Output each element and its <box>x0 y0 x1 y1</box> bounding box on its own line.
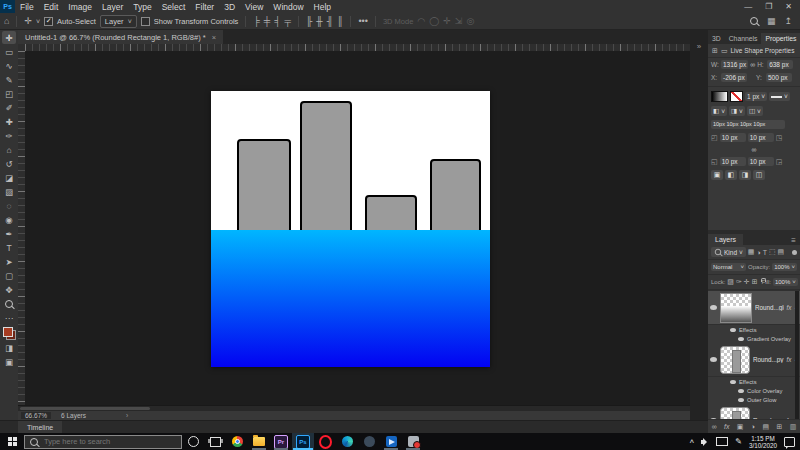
tab-layers[interactable]: Layers <box>708 234 743 245</box>
radius-bl-field[interactable]: 10 px <box>720 157 746 166</box>
start-button[interactable] <box>0 433 24 450</box>
taskbar-steam-icon[interactable] <box>358 433 380 450</box>
x-field[interactable]: -206 px <box>721 73 747 82</box>
tool-rect-marquee-icon[interactable]: ▭ <box>2 45 16 58</box>
taskbar-app-screen-share-icon[interactable] <box>402 433 424 450</box>
layer-style-icon[interactable]: fx <box>724 423 729 430</box>
filter-shape-icon[interactable]: ⬚ <box>769 248 776 256</box>
tool-blur-icon[interactable]: ◌ <box>2 199 16 212</box>
menu-edit[interactable]: Edit <box>39 2 64 12</box>
tab-channels[interactable]: Channels <box>725 33 762 44</box>
effect-item[interactable]: Color Overlay <box>708 386 800 395</box>
zoom-level-field[interactable]: 66.67% <box>21 412 51 419</box>
filter-pixel-icon[interactable]: ▦ <box>748 248 755 256</box>
search-input[interactable] <box>42 436 166 447</box>
y-field[interactable]: 500 px <box>766 73 792 82</box>
new-group-icon[interactable]: ▤ <box>762 423 769 431</box>
tool-dodge-icon[interactable]: ◉ <box>2 213 16 226</box>
align-right-icon[interactable]: ╡ <box>274 17 280 26</box>
taskbar-opera-icon[interactable] <box>314 433 336 450</box>
align-center-icon[interactable]: ╪ <box>264 17 270 26</box>
tool-hand-icon[interactable]: ✥ <box>2 283 16 296</box>
menu-filter[interactable]: Filter <box>190 2 219 12</box>
stroke-corner-dropdown[interactable]: ◫˅ <box>747 106 763 116</box>
fx-badge[interactable]: fx <box>787 356 792 363</box>
tool-pen-icon[interactable]: ✒ <box>2 227 16 240</box>
tool-zoom-icon[interactable] <box>2 297 16 310</box>
volume-icon[interactable] <box>701 438 709 446</box>
visibility-eye-icon[interactable] <box>730 380 736 384</box>
radius-tr-field[interactable]: 10 px <box>748 133 774 142</box>
visibility-eye-icon[interactable] <box>738 398 744 402</box>
tool-brush-icon[interactable]: ✑ <box>2 129 16 142</box>
stroke-width-dropdown[interactable]: 1 px˅ <box>745 92 767 101</box>
fx-badge[interactable]: fx <box>787 304 792 311</box>
visibility-eye-icon[interactable] <box>710 305 717 310</box>
pathfinder-combine-button[interactable]: ▣ <box>711 170 723 180</box>
taskbar-app-paper-plane-icon[interactable] <box>380 433 402 450</box>
filter-smart-object-icon[interactable]: ▤ <box>778 248 785 256</box>
effect-item[interactable]: Gradient Overlay <box>708 334 800 343</box>
layers-scrollbar[interactable] <box>795 291 799 426</box>
menu-layer[interactable]: Layer <box>97 2 128 12</box>
add-mask-icon[interactable]: ▣ <box>737 423 744 431</box>
link-radius-icon[interactable]: ∞ <box>752 146 757 153</box>
layer-name[interactable]: Round...gle 1 <box>755 304 784 311</box>
menu-3d[interactable]: 3D <box>219 2 240 12</box>
tool-eyedropper-icon[interactable]: ✐ <box>2 101 16 114</box>
tool-type-icon[interactable]: T <box>2 241 16 254</box>
quick-mask-icon[interactable]: ◨ <box>2 341 16 354</box>
menu-image[interactable]: Image <box>63 2 97 12</box>
tool-path-selection-icon[interactable]: ➤ <box>2 255 16 268</box>
distribute-right-icon[interactable]: ╢ <box>327 17 333 26</box>
width-field[interactable]: 1316 px <box>721 60 748 69</box>
stroke-align-dropdown[interactable]: ◧˅ <box>711 106 727 116</box>
chart-bar-4[interactable] <box>430 159 481 235</box>
menu-select[interactable]: Select <box>157 2 191 12</box>
layer-row[interactable]: Round...gle 1 fx ˄ <box>708 291 800 325</box>
effect-item[interactable]: Outer Glow <box>708 395 800 404</box>
effects-header[interactable]: Effects <box>708 377 800 386</box>
share-icon[interactable]: ↥ <box>784 17 792 26</box>
visibility-eye-icon[interactable] <box>710 357 717 362</box>
menu-type[interactable]: Type <box>128 2 156 12</box>
tool-history-brush-icon[interactable]: ↺ <box>2 157 16 170</box>
foreground-color-swatch[interactable] <box>3 327 13 337</box>
fill-dropdown[interactable]: 100%˅ <box>773 278 798 286</box>
stroke-cap-dropdown[interactable]: ◨˅ <box>729 106 745 116</box>
workspace-icon[interactable]: ▦ <box>767 17 776 26</box>
distribute-left-icon[interactable]: ╟ <box>306 17 312 26</box>
auto-select-target-dropdown[interactable]: Layer˅ <box>100 15 137 28</box>
height-field[interactable]: 638 px <box>767 60 793 69</box>
chart-bar-2[interactable] <box>300 101 352 235</box>
radius-summary-field[interactable]: 10px 10px 10px 10px <box>711 120 785 129</box>
lock-artboard-icon[interactable]: ⊞ <box>752 278 758 286</box>
lock-pixels-icon[interactable]: ✑ <box>736 278 742 286</box>
minimize-button[interactable]: — <box>744 2 752 11</box>
filter-toggle-icon[interactable] <box>792 250 797 255</box>
tool-lasso-icon[interactable]: ∿ <box>2 59 16 72</box>
more-options-icon[interactable]: ••• <box>358 17 367 26</box>
fill-swatch[interactable] <box>711 91 728 102</box>
taskbar-task-view-icon[interactable] <box>204 433 226 450</box>
tool-preset-chevron-icon[interactable]: ˅ <box>36 18 40 25</box>
visibility-eye-icon[interactable] <box>738 337 744 341</box>
menu-window[interactable]: Window <box>268 2 308 12</box>
filter-adjustment-icon[interactable]: ◑ <box>756 249 760 256</box>
taskbar-file-explorer-icon[interactable] <box>248 433 270 450</box>
scrollbar-thumb[interactable] <box>20 407 150 410</box>
layer-name[interactable]: Round...py 2 <box>753 356 784 363</box>
tool-crop-icon[interactable]: ◰ <box>2 87 16 100</box>
tab-close-icon[interactable]: × <box>212 33 216 42</box>
collapse-dock-icon[interactable]: » <box>697 42 701 433</box>
tab-3d[interactable]: 3D <box>708 33 725 44</box>
tool-spot-healing-icon[interactable]: ✚ <box>2 115 16 128</box>
document-tab[interactable]: Untitled-1 @ 66.7% (Rounded Rectangle 1,… <box>18 30 223 44</box>
menu-help[interactable]: Help <box>309 2 336 12</box>
lock-transparent-icon[interactable]: ▨ <box>727 278 734 286</box>
pathfinder-intersect-button[interactable]: ◨ <box>739 170 751 180</box>
layer-thumbnail[interactable] <box>720 293 752 323</box>
tool-clone-stamp-icon[interactable]: ⌂ <box>2 143 16 156</box>
align-left-icon[interactable]: ╞ <box>253 17 259 26</box>
menu-view[interactable]: View <box>240 2 268 12</box>
